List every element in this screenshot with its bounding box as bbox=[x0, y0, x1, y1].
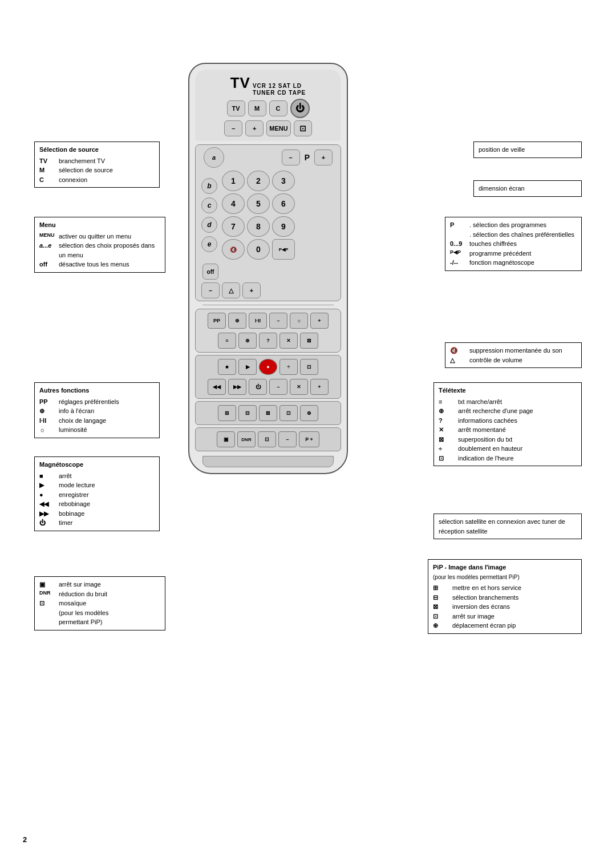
btn-c[interactable]: C bbox=[269, 100, 287, 116]
btn-vol2-plus[interactable]: + bbox=[242, 282, 261, 298]
pip-line-5: ⊕ déplacement écran pip bbox=[433, 621, 577, 630]
tt-line-5: ⊠ superposition du txt bbox=[439, 435, 577, 444]
btn-e[interactable]: e bbox=[201, 236, 217, 252]
pip-right-title: PiP - Image dans l'image (pour les modèl… bbox=[433, 563, 577, 581]
btn-2[interactable]: 2 bbox=[247, 171, 270, 191]
btn-a[interactable]: a bbox=[204, 147, 224, 168]
annotation-menu: Menu MENU activer ou quitter un menu a..… bbox=[34, 217, 165, 273]
btn-vol-minus[interactable]: – bbox=[224, 120, 242, 136]
btn-1[interactable]: 1 bbox=[222, 171, 245, 191]
btn-vcr-fwd[interactable]: ▶▶ bbox=[228, 379, 246, 395]
prog-line-p: P . sélection des programmes bbox=[450, 220, 577, 230]
btn-screen[interactable]: ⊡ bbox=[294, 120, 312, 136]
prog-line-09: 0...9 touches chiffrées bbox=[450, 239, 577, 249]
btn-sat5[interactable]: ⊕ bbox=[300, 405, 318, 421]
menu-line-ae: a...e sélection des choix proposés dans … bbox=[39, 241, 160, 260]
btn-m[interactable]: M bbox=[248, 100, 266, 116]
btn-p-plus-bot[interactable]: P + bbox=[299, 431, 319, 447]
mag-line-rew: ◀◀ rebobinage bbox=[39, 499, 155, 509]
p-controls: a – P + bbox=[198, 147, 338, 168]
btn-vcr-extra-minus[interactable]: – bbox=[269, 379, 287, 395]
btn-c-letter[interactable]: c bbox=[201, 197, 217, 213]
btn-tv[interactable]: TV bbox=[227, 100, 245, 116]
btn-sat1[interactable]: ⊞ bbox=[218, 405, 236, 421]
pip-line-4: ⊡ arrêt sur image bbox=[433, 612, 577, 621]
autres-line-pp: PP réglages préférentiels bbox=[39, 397, 155, 407]
satellite-section: ⊞ ⊟ ⊠ ⊡ ⊕ bbox=[195, 401, 341, 425]
btn-vcr-rew[interactable]: ◀◀ bbox=[208, 379, 226, 395]
btn-bright-sun[interactable]: ☼ bbox=[290, 313, 308, 329]
btn-7[interactable]: 7 bbox=[222, 216, 245, 237]
btn-tt5[interactable]: ⊠ bbox=[300, 333, 318, 349]
numpad-row: b c d e 1 2 3 4 5 6 7 8 9 🔇 0 bbox=[198, 169, 338, 261]
page-number: 2 bbox=[23, 835, 27, 844]
btn-tt4[interactable]: ✕ bbox=[279, 333, 298, 349]
sat-row: ⊞ ⊟ ⊠ ⊡ ⊕ bbox=[198, 404, 338, 422]
btn-sat3[interactable]: ⊠ bbox=[259, 405, 277, 421]
btn-tt1[interactable]: ≡ bbox=[218, 333, 236, 349]
btn-vcr-extra-x[interactable]: ✕ bbox=[290, 379, 308, 395]
btn-vcr-stop[interactable]: ■ bbox=[218, 359, 236, 375]
btn-p-minus[interactable]: – bbox=[282, 149, 300, 165]
btn-vol2-minus[interactable]: – bbox=[201, 282, 220, 298]
pipleft-freeze: ▣ arrêt sur image bbox=[39, 580, 160, 589]
btn-sat4[interactable]: ⊡ bbox=[279, 405, 298, 421]
btn-pip[interactable]: P◀P bbox=[272, 239, 295, 260]
btn-off[interactable]: off bbox=[202, 264, 218, 280]
mag-line-timer: ⏻ timer bbox=[39, 518, 155, 528]
btn-8[interactable]: 8 bbox=[247, 216, 270, 237]
btn-lang[interactable]: I·II bbox=[249, 313, 267, 329]
btn-tt2[interactable]: ⊕ bbox=[238, 333, 257, 349]
btn-5[interactable]: 5 bbox=[247, 193, 270, 214]
btn-bright-plus[interactable]: + bbox=[310, 313, 329, 329]
btn-vol-plus[interactable]: + bbox=[245, 120, 264, 136]
btn-pp[interactable]: PP bbox=[208, 313, 226, 329]
annotation-teletext-title: Télétexte bbox=[439, 386, 577, 395]
btn-d[interactable]: d bbox=[201, 217, 217, 233]
btn-power[interactable]: ⏻ bbox=[290, 99, 310, 118]
btn-bright-minus[interactable]: – bbox=[269, 313, 287, 329]
btn-mute[interactable]: 🔇 bbox=[222, 239, 245, 260]
btn-vcr-extra-plus[interactable]: + bbox=[310, 379, 329, 395]
brand-small: VCR 12 SAT LD TUNER CD TAPE bbox=[253, 83, 306, 96]
annotation-programme: P . sélection des programmes . sélection… bbox=[445, 217, 582, 271]
remote-control: TV VCR 12 SAT LD TUNER CD TAPE TV M C ⏻ … bbox=[188, 63, 348, 474]
btn-0[interactable]: 0 bbox=[247, 239, 270, 260]
tt-line-1: ≡ txt marche/arrêt bbox=[439, 397, 577, 407]
annotation-mag: Magnétoscope ■ arrêt ▶ mode lecture ● en… bbox=[34, 456, 160, 531]
btn-b[interactable]: b bbox=[201, 178, 217, 194]
btn-vcr-div[interactable]: ÷ bbox=[279, 359, 298, 375]
btn-p-minus-bot[interactable]: – bbox=[278, 431, 297, 447]
btn-vcr-rec[interactable]: ● bbox=[259, 359, 277, 375]
btn-vcr-timer[interactable]: ⏻ bbox=[249, 379, 267, 395]
btn-3[interactable]: 3 bbox=[272, 171, 295, 191]
mag-line-fwd: ▶▶ bobinage bbox=[39, 509, 155, 519]
btn-p-plus[interactable]: + bbox=[314, 149, 333, 165]
annotation-source-title: Sélection de source bbox=[39, 145, 155, 155]
pip-line-3: ⊠ inversion des écrans bbox=[433, 602, 577, 612]
btn-tt3[interactable]: ? bbox=[259, 333, 277, 349]
btn-mosaic[interactable]: ⊡ bbox=[258, 431, 276, 447]
btn-menu[interactable]: MENU bbox=[266, 120, 290, 136]
btn-vcr-clock[interactable]: ⊡ bbox=[300, 359, 318, 375]
pip-section: ▣ DNR ⊡ – P + bbox=[195, 427, 341, 451]
vol-row: – △ + bbox=[198, 282, 338, 298]
prog-line-dash: -/-- fonction magnétoscope bbox=[450, 258, 577, 268]
btn-4[interactable]: 4 bbox=[222, 193, 245, 214]
btn-sat2[interactable]: ⊟ bbox=[238, 405, 257, 421]
vcr-row1: ■ ▶ ● ÷ ⊡ bbox=[198, 358, 338, 376]
pip-row: ▣ DNR ⊡ – P + bbox=[198, 430, 338, 448]
mag-line-stop: ■ arrêt bbox=[39, 471, 155, 481]
btn-dnr[interactable]: DNR bbox=[237, 431, 256, 447]
btn-9[interactable]: 9 bbox=[272, 216, 295, 237]
btn-vol-triangle[interactable]: △ bbox=[222, 282, 240, 298]
autres-line-info: ⊕ info à l'écran bbox=[39, 406, 155, 416]
pipleft-dnr: DNR réduction du bruit bbox=[39, 589, 160, 599]
tt-line-3: ? informations cachées bbox=[439, 416, 577, 426]
btn-vcr-play[interactable]: ▶ bbox=[238, 359, 257, 375]
btn-freeze[interactable]: ▣ bbox=[217, 431, 235, 447]
btn-6[interactable]: 6 bbox=[272, 193, 295, 214]
tt-line-4: ✕ arrêt momentané bbox=[439, 425, 577, 435]
annotation-mag-title: Magnétoscope bbox=[39, 460, 155, 470]
btn-info[interactable]: ⊕ bbox=[228, 313, 246, 329]
